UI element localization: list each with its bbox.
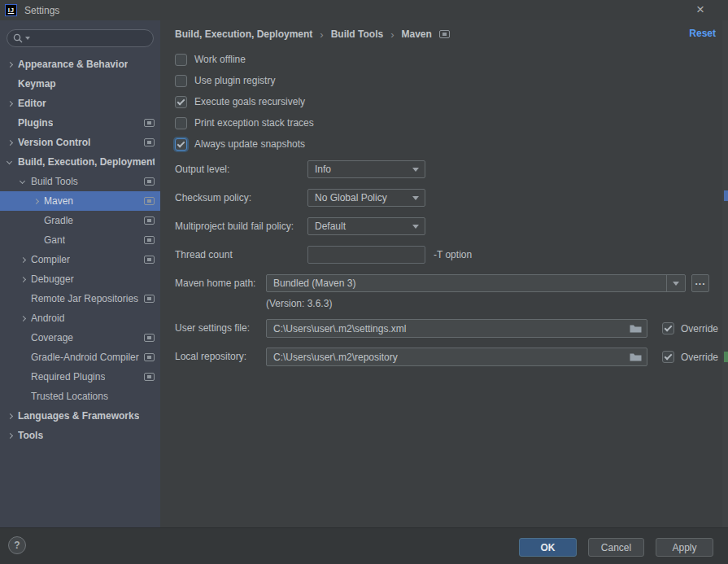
sidebar-item-languages-frameworks[interactable]: Languages & Frameworks bbox=[0, 406, 160, 426]
local-repository-input[interactable] bbox=[266, 348, 647, 366]
output-level-row: Output level: Info bbox=[160, 160, 728, 179]
project-settings-icon bbox=[144, 295, 155, 303]
thread-count-label: Thread count bbox=[175, 246, 233, 264]
sidebar-item-editor[interactable]: Editor bbox=[0, 94, 160, 113]
output-level-label: Output level: bbox=[175, 160, 229, 178]
checkbox-label: Work offline bbox=[194, 54, 246, 65]
sidebar-item-gradle[interactable]: Gradle bbox=[0, 211, 160, 230]
thread-count-input[interactable] bbox=[307, 246, 425, 264]
intellij-logo-icon: IJ bbox=[5, 4, 17, 16]
checkbox-row-use-plugin-registry: Use plugin registry bbox=[175, 72, 275, 89]
breadcrumb-segment[interactable]: Build, Execution, Deployment bbox=[175, 28, 312, 40]
checkbox-row-execute-goals-recursively: Execute goals recursively bbox=[175, 94, 305, 110]
sidebar-item-appearance-behavior[interactable]: Appearance & Behavior bbox=[0, 55, 160, 74]
breadcrumb-separator: › bbox=[390, 28, 394, 41]
chevron-right-icon[interactable] bbox=[7, 98, 18, 108]
print-exception-stack-traces-checkbox[interactable] bbox=[175, 117, 187, 129]
local-repository-row: Local repository: Override bbox=[160, 348, 728, 366]
thread-count-row: Thread count -T option bbox=[160, 246, 728, 265]
chevron-right-icon[interactable] bbox=[20, 255, 31, 265]
settings-tree: Appearance & Behavior Keymap Editor Plug… bbox=[0, 55, 160, 445]
project-settings-icon bbox=[144, 236, 155, 244]
maven-home-path-row: Maven home path: Bundled (Maven 3) ... bbox=[160, 274, 728, 293]
sidebar-item-maven[interactable]: Maven bbox=[0, 191, 160, 211]
scrollbar-selection-mark bbox=[724, 190, 728, 201]
chevron-down-icon[interactable] bbox=[20, 177, 31, 186]
output-level-select[interactable]: Info bbox=[307, 160, 425, 178]
chevron-right-icon[interactable] bbox=[7, 431, 18, 440]
breadcrumb-segment[interactable]: Maven bbox=[401, 28, 431, 40]
settings-search-box[interactable] bbox=[7, 29, 154, 47]
scrollbar-track[interactable] bbox=[722, 20, 728, 527]
folder-icon[interactable] bbox=[630, 324, 642, 333]
sidebar-item-gant[interactable]: Gant bbox=[0, 230, 160, 250]
project-settings-icon bbox=[144, 334, 155, 342]
chevron-right-icon[interactable] bbox=[33, 196, 44, 206]
sidebar-item-build-tools[interactable]: Build Tools bbox=[0, 172, 160, 191]
chevron-down-icon[interactable] bbox=[7, 157, 18, 167]
sidebar-item-compiler[interactable]: Compiler bbox=[0, 250, 160, 269]
titlebar: IJ Settings × bbox=[0, 0, 728, 20]
maven-home-path-label: Maven home path: bbox=[175, 274, 255, 292]
dialog-footer: ? OK Cancel Apply bbox=[0, 527, 728, 564]
ok-button[interactable]: OK bbox=[519, 538, 577, 557]
maven-home-combobox[interactable]: Bundled (Maven 3) bbox=[266, 274, 686, 292]
help-button[interactable]: ? bbox=[8, 536, 26, 554]
chevron-down-icon bbox=[412, 225, 419, 229]
chevron-right-icon[interactable] bbox=[7, 138, 18, 147]
execute-goals-recursively-checkbox[interactable] bbox=[175, 96, 187, 108]
breadcrumb: Build, Execution, Deployment › Build Too… bbox=[175, 26, 450, 42]
chevron-right-icon[interactable] bbox=[7, 59, 18, 69]
apply-button[interactable]: Apply bbox=[656, 538, 713, 557]
close-icon[interactable]: × bbox=[692, 1, 708, 19]
project-settings-icon bbox=[144, 216, 155, 225]
use-plugin-registry-checkbox[interactable] bbox=[175, 75, 187, 87]
project-settings-icon bbox=[144, 138, 155, 146]
folder-icon[interactable] bbox=[630, 352, 642, 361]
project-settings-icon bbox=[144, 353, 155, 361]
sidebar-item-tools[interactable]: Tools bbox=[0, 426, 160, 445]
cancel-button[interactable]: Cancel bbox=[588, 538, 644, 557]
project-settings-icon bbox=[144, 177, 155, 186]
chevron-right-icon[interactable] bbox=[7, 411, 18, 421]
sidebar-item-remote-jar-repositories[interactable]: Remote Jar Repositories bbox=[0, 289, 160, 308]
user-settings-file-label: User settings file: bbox=[175, 319, 250, 337]
search-icon bbox=[13, 33, 24, 44]
reset-link[interactable]: Reset bbox=[689, 28, 716, 39]
project-settings-icon bbox=[144, 119, 155, 127]
sidebar-item-keymap[interactable]: Keymap bbox=[0, 74, 160, 94]
sidebar-item-build-execution-deployment[interactable]: Build, Execution, Deployment bbox=[0, 152, 160, 172]
sidebar-item-trusted-locations[interactable]: Trusted Locations bbox=[0, 387, 160, 406]
work-offline-checkbox[interactable] bbox=[175, 54, 187, 66]
sidebar-item-plugins[interactable]: Plugins bbox=[0, 113, 160, 133]
checkbox-row-print-exception-stack-traces: Print exception stack traces bbox=[175, 115, 314, 131]
multiproject-build-fail-policy-select[interactable]: Default bbox=[307, 217, 425, 235]
checkbox-label: Always update snapshots bbox=[194, 138, 305, 150]
maven-version-note: (Version: 3.6.3) bbox=[266, 298, 332, 309]
override-label: Override bbox=[681, 352, 718, 363]
sidebar-item-android[interactable]: Android bbox=[0, 308, 160, 328]
chevron-right-icon[interactable] bbox=[20, 313, 31, 323]
combobox-arrow-button[interactable] bbox=[666, 275, 685, 291]
override-checkbox[interactable] bbox=[662, 322, 674, 334]
always-update-snapshots-checkbox[interactable] bbox=[175, 138, 187, 151]
checksum-policy-label: Checksum policy: bbox=[175, 189, 251, 207]
chevron-right-icon[interactable] bbox=[20, 274, 31, 284]
project-settings-icon bbox=[144, 373, 155, 381]
chevron-down-icon bbox=[412, 168, 419, 172]
sidebar-item-required-plugins[interactable]: Required Plugins bbox=[0, 367, 160, 387]
sidebar-item-debugger[interactable]: Debugger bbox=[0, 269, 160, 289]
override-checkbox[interactable] bbox=[662, 351, 674, 363]
search-input[interactable] bbox=[30, 33, 147, 44]
checkbox-row-always-update-snapshots: Always update snapshots bbox=[175, 136, 305, 152]
user-settings-file-input[interactable] bbox=[266, 319, 647, 338]
chevron-down-icon bbox=[412, 196, 419, 200]
browse-button[interactable]: ... bbox=[691, 274, 709, 292]
sidebar-item-gradle-android-compiler[interactable]: Gradle-Android Compiler bbox=[0, 348, 160, 367]
checksum-policy-select[interactable]: No Global Policy bbox=[307, 189, 425, 207]
breadcrumb-separator: › bbox=[320, 28, 323, 41]
sidebar-item-version-control[interactable]: Version Control bbox=[0, 133, 160, 152]
project-settings-icon bbox=[144, 197, 155, 205]
breadcrumb-segment[interactable]: Build Tools bbox=[331, 28, 383, 40]
sidebar-item-coverage[interactable]: Coverage bbox=[0, 328, 160, 348]
